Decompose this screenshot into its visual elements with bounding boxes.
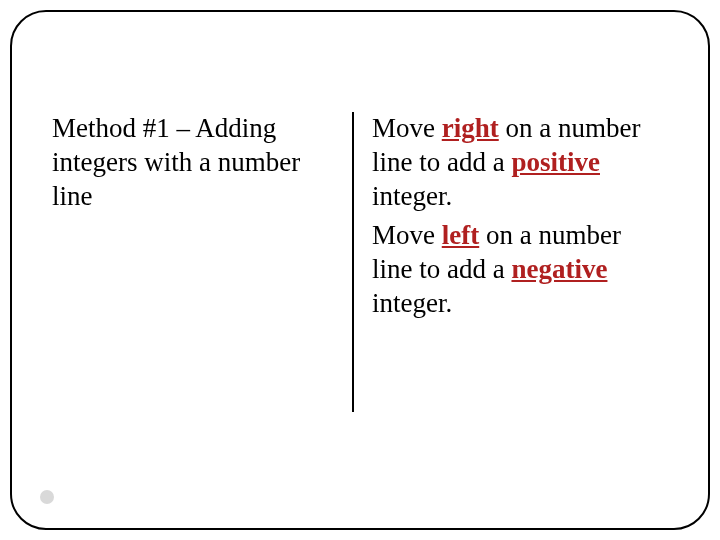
right-column: Move right on a number line to add a pos… [352, 112, 652, 327]
slide-frame: Method #1 – Adding integers with a numbe… [10, 10, 710, 530]
method-heading: Method #1 – Adding integers with a numbe… [52, 112, 342, 213]
rule-positive: Move right on a number line to add a pos… [372, 112, 652, 213]
content-row: Method #1 – Adding integers with a numbe… [52, 112, 668, 327]
keyword-left: left [442, 220, 479, 250]
text: integer. [372, 288, 452, 318]
keyword-positive: positive [511, 147, 600, 177]
text: Move [372, 220, 442, 250]
keyword-right: right [442, 113, 499, 143]
left-column: Method #1 – Adding integers with a numbe… [52, 112, 352, 327]
decorative-dot-icon [40, 490, 54, 504]
text: integer. [372, 181, 452, 211]
text: Move [372, 113, 442, 143]
keyword-negative: negative [511, 254, 607, 284]
rule-negative: Move left on a number line to add a nega… [372, 219, 652, 320]
